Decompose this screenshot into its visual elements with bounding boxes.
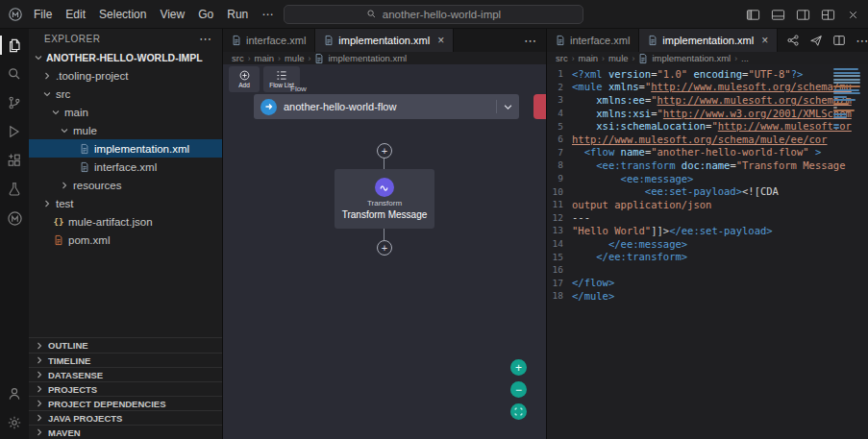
activity-source-control[interactable] <box>0 88 29 117</box>
tab-label: implementation.xml <box>662 35 754 46</box>
activity-mulesoft[interactable] <box>0 204 29 232</box>
minimap-line <box>833 113 847 115</box>
breadcrumb-main[interactable]: main <box>255 53 275 63</box>
tree-item-resources[interactable]: resources <box>29 176 222 194</box>
customize-layout-icon[interactable] <box>816 4 839 25</box>
project-root-folder[interactable]: ANOTHER-HELLO-WORLD-IMPL <box>29 48 222 66</box>
tree-item-tooling-project[interactable]: .tooling-project <box>29 66 222 85</box>
breadcrumb-mule[interactable]: mule <box>285 53 305 63</box>
chevron-right-icon <box>34 414 44 422</box>
tree-item-implementation-xml[interactable]: implementation.xml <box>29 139 222 158</box>
tree-item-src[interactable]: src <box>29 85 222 103</box>
code-token: http://www.mulesoft.org/schema/mu <box>651 81 852 92</box>
breadcrumb-src[interactable]: src <box>556 53 568 63</box>
add-node-top-button[interactable]: + <box>377 143 392 159</box>
tree-item-test[interactable]: test <box>29 194 222 212</box>
add-component-button[interactable]: Add <box>229 66 260 92</box>
minimap-line <box>833 107 837 109</box>
tab-implementation-xml[interactable]: implementation.xml× <box>315 29 454 52</box>
tree-item-main[interactable]: main <box>29 103 222 121</box>
menu-edit[interactable]: Edit <box>59 5 92 24</box>
xml-file-icon <box>79 143 90 155</box>
chevron-down-icon[interactable] <box>504 103 512 111</box>
more-actions-icon[interactable]: ⋯ <box>524 34 537 48</box>
sidebar-title: EXPLORER <box>44 34 100 44</box>
menu-more[interactable]: ⋯ <box>255 5 280 24</box>
code-token: ?> <box>791 68 804 80</box>
zoom-fit-button[interactable] <box>510 403 527 420</box>
code-token: name <box>621 146 645 158</box>
breadcrumb-mule[interactable]: mule <box>608 53 629 63</box>
flow-graph-icon[interactable] <box>786 34 800 47</box>
code-token: "1.0" <box>657 68 688 80</box>
add-node-bottom-button[interactable]: + <box>377 240 392 256</box>
section-project-dependencies[interactable]: PROJECT DEPENDENCIES <box>29 396 222 410</box>
activity-search[interactable] <box>0 60 29 88</box>
section-outline[interactable]: OUTLINE <box>29 338 222 353</box>
activity-accounts[interactable] <box>0 379 29 408</box>
error-node-partial[interactable] <box>533 94 546 119</box>
json-file-icon: {} <box>53 217 64 227</box>
code-token: xmlns:xsi <box>596 108 651 119</box>
breadcrumb-more[interactable]: ... <box>741 53 749 63</box>
breadcrumb-implementation-xml[interactable]: implementation.xml <box>652 53 731 63</box>
transform-message-node[interactable]: Transform Transform Message <box>335 169 434 229</box>
tab-interface-xml[interactable]: interface.xml <box>223 29 315 52</box>
explorer-actions-icon[interactable]: ⋯ <box>199 32 212 46</box>
tab-interface-xml[interactable]: interface.xml <box>547 29 639 52</box>
breadcrumb-src[interactable]: src <box>232 53 244 63</box>
minimap[interactable] <box>833 68 862 131</box>
activity-extensions[interactable] <box>0 146 29 175</box>
activity-explorer[interactable] <box>0 31 29 60</box>
search-text: another-hello-world-impl <box>383 9 501 20</box>
project-root-label: ANOTHER-HELLO-WORLD-IMPL <box>46 52 203 63</box>
add-label: Add <box>238 82 250 88</box>
section-maven[interactable]: MAVEN <box>29 425 222 439</box>
command-center-search[interactable]: another-hello-world-impl <box>284 5 583 24</box>
tree-item-pom-xml[interactable]: pom.xml <box>29 231 222 249</box>
section-timeline[interactable]: TIMELINE <box>29 353 222 367</box>
menu-selection[interactable]: Selection <box>92 5 153 24</box>
mule-flow-canvas[interactable]: Add Flow List Flow another-hello-world-f… <box>223 64 546 439</box>
split-editor-icon[interactable] <box>832 34 846 47</box>
code-token <box>572 185 645 197</box>
section-datasense[interactable]: DATASENSE <box>29 367 222 381</box>
close-icon[interactable] <box>841 4 864 25</box>
tree-item-mule-artifact-json[interactable]: {}mule-artifact.json <box>29 212 222 231</box>
toggle-secondary-sidebar-icon[interactable] <box>791 4 814 25</box>
menu-run[interactable]: Run <box>220 5 255 24</box>
section-projects[interactable]: PROJECTS <box>29 381 222 396</box>
section-java-projects[interactable]: JAVA PROJECTS <box>29 410 222 425</box>
section-label: MAVEN <box>48 427 81 438</box>
toggle-primary-sidebar-icon[interactable] <box>741 4 764 25</box>
menu-go[interactable]: Go <box>191 5 220 24</box>
zoom-out-button[interactable]: − <box>510 381 527 398</box>
activity-settings[interactable] <box>0 408 29 437</box>
code-editor[interactable]: 1<?xml version="1.0" encoding="UTF-8"?>2… <box>547 64 868 439</box>
publish-icon[interactable] <box>809 34 823 47</box>
code-token: "UTF-8" <box>748 68 790 80</box>
code-line: 18</mule> <box>547 289 830 303</box>
breadcrumb-main[interactable]: main <box>579 53 599 63</box>
code-token: ]]> <box>651 225 669 236</box>
toggle-panel-icon[interactable] <box>766 4 789 25</box>
tab-close-icon[interactable]: × <box>761 35 768 46</box>
tree-item-mule[interactable]: mule <box>29 121 222 139</box>
flow-header[interactable]: another-hello-world-flow <box>254 94 519 119</box>
mulesoft-icon <box>7 210 23 227</box>
menu-file[interactable]: File <box>27 5 59 24</box>
zoom-in-button[interactable]: + <box>510 359 527 376</box>
breadcrumb-separator: › <box>602 54 605 63</box>
tab-close-icon[interactable]: × <box>437 35 444 46</box>
tab-implementation-xml[interactable]: implementation.xml× <box>639 29 778 52</box>
code-token <box>572 159 596 171</box>
menu-view[interactable]: View <box>153 5 191 24</box>
activity-run-debug[interactable] <box>0 117 29 146</box>
breadcrumb-implementation-xml[interactable]: implementation.xml <box>328 53 407 63</box>
line-number: 2 <box>547 82 572 92</box>
tree-item-interface-xml[interactable]: interface.xml <box>29 158 222 176</box>
settings-icon <box>7 415 22 430</box>
activity-testing[interactable] <box>0 175 29 204</box>
more-actions-icon[interactable]: ⋯ <box>856 34 868 48</box>
breadcrumb: src›main›mule›implementation.xml›... <box>547 52 868 64</box>
